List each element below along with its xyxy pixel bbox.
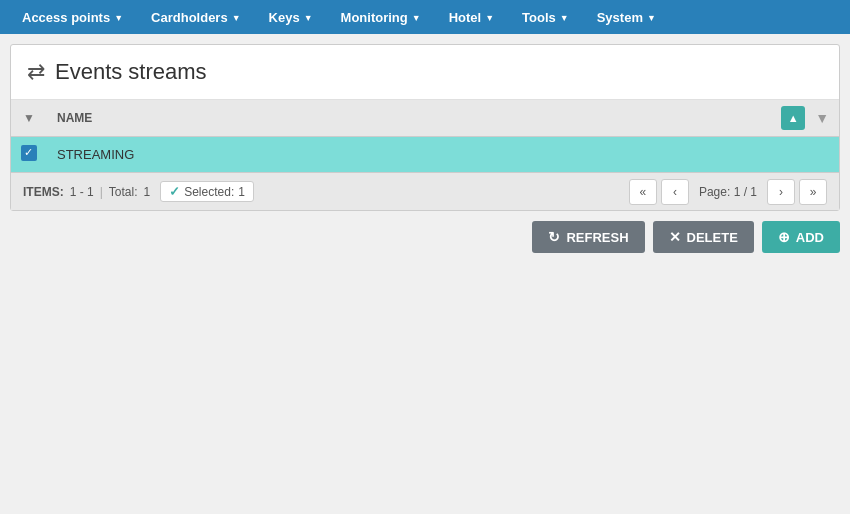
total-value: 1 xyxy=(144,185,151,199)
navbar: Access points ▼ Cardholders ▼ Keys ▼ Mon… xyxy=(0,0,850,34)
page-label: Page: 1 / 1 xyxy=(693,185,763,199)
nav-access-points[interactable]: Access points ▼ xyxy=(8,0,137,34)
nav-monitoring-label: Monitoring xyxy=(341,10,408,25)
total-label: Total: xyxy=(109,185,138,199)
items-range: 1 - 1 xyxy=(70,185,94,199)
table-body: STREAMING xyxy=(11,136,839,172)
table-row[interactable]: STREAMING xyxy=(11,136,839,172)
selected-value: 1 xyxy=(238,185,245,199)
nav-access-points-arrow: ▼ xyxy=(114,13,123,23)
refresh-icon: ↻ xyxy=(548,229,560,245)
selected-badge: ✓ Selected: 1 xyxy=(160,181,254,202)
nav-cardholders-label: Cardholders xyxy=(151,10,228,25)
footer-items-info: ITEMS: 1 - 1 | Total: 1 xyxy=(23,185,150,199)
filter-icon[interactable]: ▼ xyxy=(815,110,829,126)
nav-hotel-arrow: ▼ xyxy=(485,13,494,23)
nav-hotel[interactable]: Hotel ▼ xyxy=(435,0,508,34)
check-icon: ✓ xyxy=(169,184,180,199)
add-label: ADD xyxy=(796,230,824,245)
pagination: « ‹ Page: 1 / 1 › » xyxy=(629,179,827,205)
row-name-cell: STREAMING xyxy=(47,136,839,172)
items-label: ITEMS: xyxy=(23,185,64,199)
events-table-container: ▼ NAME ▲ ▼ xyxy=(11,100,839,172)
row-checkbox-cell[interactable] xyxy=(11,136,47,172)
th-check: ▼ xyxy=(11,100,47,136)
main-content: ⇄ Events streams ▼ NAME ▲ ▼ xyxy=(10,44,840,211)
delete-label: DELETE xyxy=(687,230,738,245)
prev-page-button[interactable]: ‹ xyxy=(661,179,689,205)
nav-system-arrow: ▼ xyxy=(647,13,656,23)
nav-monitoring-arrow: ▼ xyxy=(412,13,421,23)
nav-tools-label: Tools xyxy=(522,10,556,25)
nav-system-label: System xyxy=(597,10,643,25)
refresh-button[interactable]: ↻ REFRESH xyxy=(532,221,644,253)
nav-system[interactable]: System ▼ xyxy=(583,0,670,34)
delete-icon: ✕ xyxy=(669,229,681,245)
action-bar: ↻ REFRESH ✕ DELETE ⊕ ADD xyxy=(0,211,850,263)
page-header: ⇄ Events streams xyxy=(11,45,839,100)
delete-button[interactable]: ✕ DELETE xyxy=(653,221,754,253)
nav-tools-arrow: ▼ xyxy=(560,13,569,23)
table-footer: ITEMS: 1 - 1 | Total: 1 ✓ Selected: 1 « … xyxy=(11,172,839,210)
nav-keys-label: Keys xyxy=(269,10,300,25)
chevron-down-icon[interactable]: ▼ xyxy=(23,111,35,125)
nav-monitoring[interactable]: Monitoring ▼ xyxy=(327,0,435,34)
nav-access-points-label: Access points xyxy=(22,10,110,25)
events-table: ▼ NAME ▲ ▼ xyxy=(11,100,839,172)
next-page-button[interactable]: › xyxy=(767,179,795,205)
events-streams-icon: ⇄ xyxy=(27,59,45,85)
last-page-button[interactable]: » xyxy=(799,179,827,205)
page-title: Events streams xyxy=(55,59,207,85)
checkbox-checked-icon[interactable] xyxy=(21,145,37,161)
refresh-label: REFRESH xyxy=(566,230,628,245)
th-name: NAME ▲ ▼ xyxy=(47,100,839,136)
nav-cardholders[interactable]: Cardholders ▼ xyxy=(137,0,255,34)
add-button[interactable]: ⊕ ADD xyxy=(762,221,840,253)
nav-keys[interactable]: Keys ▼ xyxy=(255,0,327,34)
row-name-value: STREAMING xyxy=(57,147,134,162)
sort-button[interactable]: ▲ xyxy=(781,106,805,130)
th-name-label: NAME xyxy=(57,111,92,125)
nav-hotel-label: Hotel xyxy=(449,10,482,25)
first-page-button[interactable]: « xyxy=(629,179,657,205)
selected-label: Selected: xyxy=(184,185,234,199)
nav-tools[interactable]: Tools ▼ xyxy=(508,0,583,34)
nav-keys-arrow: ▼ xyxy=(304,13,313,23)
add-icon: ⊕ xyxy=(778,229,790,245)
nav-cardholders-arrow: ▼ xyxy=(232,13,241,23)
table-header-row: ▼ NAME ▲ ▼ xyxy=(11,100,839,136)
